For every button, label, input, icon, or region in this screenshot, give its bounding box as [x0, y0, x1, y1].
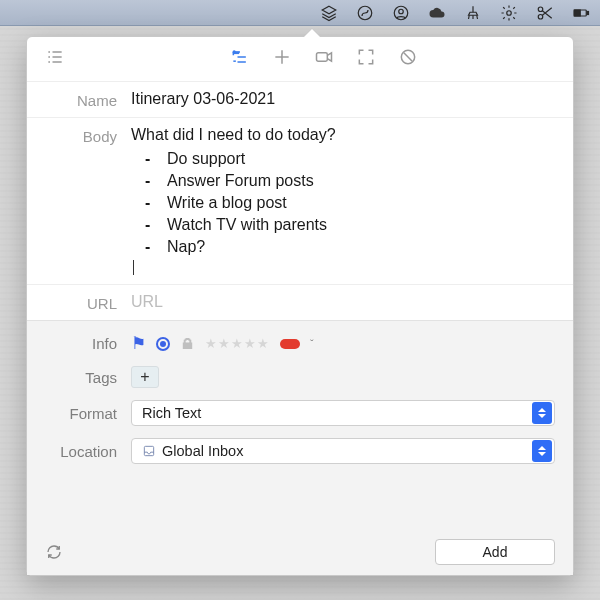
refresh-icon[interactable]: [45, 543, 63, 561]
text-cursor: [133, 260, 134, 275]
format-select[interactable]: Rich Text: [131, 400, 555, 426]
panel-toolbar: [27, 37, 573, 77]
location-value: Global Inbox: [162, 443, 243, 459]
body-list: Do support Answer Forum posts Write a bl…: [131, 148, 555, 258]
location-label: Location: [45, 443, 131, 460]
cloud-icon[interactable]: [428, 4, 446, 22]
richtext-mode-icon[interactable]: [230, 47, 250, 67]
format-row: Format Rich Text: [45, 400, 555, 426]
body-question: What did I need to do today?: [131, 126, 555, 144]
add-tag-button[interactable]: +: [131, 366, 159, 388]
svg-rect-8: [587, 11, 589, 14]
select-arrows-icon: [532, 440, 552, 462]
battery-icon[interactable]: [572, 4, 590, 22]
layers-icon[interactable]: [320, 4, 338, 22]
system-menubar: [0, 0, 600, 26]
note-panel: Name Itinerary 03-06-2021 Body What did …: [26, 36, 574, 576]
swirl-icon[interactable]: [356, 4, 374, 22]
format-label: Format: [45, 405, 131, 422]
info-row: Info ⚑ 🔒︎ ★★★★★ ˇ: [45, 333, 555, 354]
disabled-mode-icon[interactable]: [398, 47, 418, 67]
rating-stars[interactable]: ★★★★★: [205, 336, 270, 351]
location-select[interactable]: Global Inbox: [131, 438, 555, 464]
list-item: Watch TV with parents: [145, 214, 555, 236]
info-label: Info: [45, 335, 131, 352]
body-label: Body: [45, 126, 131, 145]
color-label-icon[interactable]: [280, 339, 300, 349]
list-item: Nap?: [145, 236, 555, 258]
svg-rect-7: [574, 10, 580, 16]
brush-icon[interactable]: [464, 4, 482, 22]
gear-icon[interactable]: [500, 4, 518, 22]
url-row: URL URL: [27, 284, 573, 320]
fullscreen-icon[interactable]: [356, 47, 376, 67]
body-row: Body What did I need to do today? Do sup…: [27, 117, 573, 284]
tags-row: Tags +: [45, 366, 555, 388]
inbox-icon: [142, 444, 156, 458]
name-label: Name: [45, 90, 131, 109]
url-input[interactable]: URL: [131, 293, 555, 311]
name-row: Name Itinerary 03-06-2021: [27, 81, 573, 117]
format-value: Rich Text: [142, 405, 201, 421]
list-item: Answer Forum posts: [145, 170, 555, 192]
svg-point-4: [538, 7, 543, 12]
lock-icon[interactable]: 🔒︎: [180, 335, 195, 352]
add-button[interactable]: Add: [435, 539, 555, 565]
unread-icon[interactable]: [156, 337, 170, 351]
video-mode-icon[interactable]: [314, 47, 334, 67]
person-circle-icon[interactable]: [392, 4, 410, 22]
chevron-down-icon[interactable]: ˇ: [310, 338, 314, 350]
location-row: Location Global Inbox: [45, 438, 555, 464]
list-item: Write a blog post: [145, 192, 555, 214]
list-icon[interactable]: [41, 47, 69, 67]
select-arrows-icon: [532, 402, 552, 424]
grid-mode-icon[interactable]: [272, 47, 292, 67]
name-input[interactable]: Itinerary 03-06-2021: [131, 90, 555, 108]
body-editor[interactable]: What did I need to do today? Do support …: [131, 126, 555, 276]
flag-icon[interactable]: ⚑: [131, 333, 146, 354]
scissors-icon[interactable]: [536, 4, 554, 22]
svg-point-3: [507, 10, 512, 15]
url-label: URL: [45, 293, 131, 312]
svg-point-2: [399, 9, 404, 14]
svg-point-5: [538, 14, 543, 19]
svg-rect-9: [317, 53, 328, 61]
tags-label: Tags: [45, 369, 131, 386]
list-item: Do support: [145, 148, 555, 170]
